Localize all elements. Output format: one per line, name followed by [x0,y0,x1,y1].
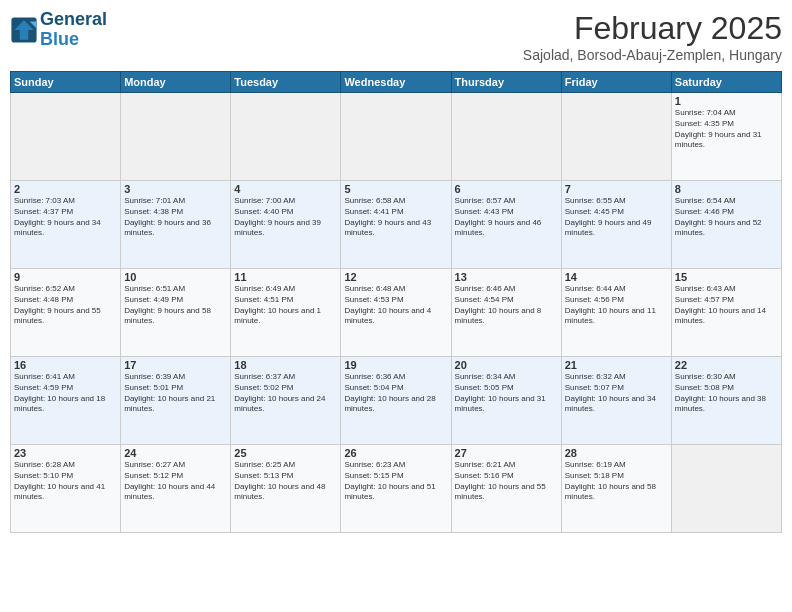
calendar-cell [671,445,781,533]
day-number: 20 [455,359,558,371]
day-number: 15 [675,271,778,283]
day-number: 18 [234,359,337,371]
day-number: 19 [344,359,447,371]
weekday-header-row: SundayMondayTuesdayWednesdayThursdayFrid… [11,72,782,93]
day-number: 3 [124,183,227,195]
calendar-cell [561,93,671,181]
logo: General Blue [10,10,107,50]
calendar-cell: 9Sunrise: 6:52 AM Sunset: 4:48 PM Daylig… [11,269,121,357]
day-number: 17 [124,359,227,371]
day-info: Sunrise: 7:04 AM Sunset: 4:35 PM Dayligh… [675,108,778,151]
weekday-header: Tuesday [231,72,341,93]
day-info: Sunrise: 6:39 AM Sunset: 5:01 PM Dayligh… [124,372,227,415]
day-info: Sunrise: 6:58 AM Sunset: 4:41 PM Dayligh… [344,196,447,239]
calendar-cell: 13Sunrise: 6:46 AM Sunset: 4:54 PM Dayli… [451,269,561,357]
header: General Blue February 2025 Sajolad, Bors… [10,10,782,63]
calendar-cell [341,93,451,181]
day-info: Sunrise: 7:03 AM Sunset: 4:37 PM Dayligh… [14,196,117,239]
day-info: Sunrise: 6:48 AM Sunset: 4:53 PM Dayligh… [344,284,447,327]
calendar-cell [451,93,561,181]
calendar-cell: 6Sunrise: 6:57 AM Sunset: 4:43 PM Daylig… [451,181,561,269]
day-number: 8 [675,183,778,195]
day-info: Sunrise: 7:00 AM Sunset: 4:40 PM Dayligh… [234,196,337,239]
calendar-cell [11,93,121,181]
calendar-cell: 3Sunrise: 7:01 AM Sunset: 4:38 PM Daylig… [121,181,231,269]
day-info: Sunrise: 6:44 AM Sunset: 4:56 PM Dayligh… [565,284,668,327]
day-info: Sunrise: 7:01 AM Sunset: 4:38 PM Dayligh… [124,196,227,239]
week-row: 9Sunrise: 6:52 AM Sunset: 4:48 PM Daylig… [11,269,782,357]
calendar-cell: 24Sunrise: 6:27 AM Sunset: 5:12 PM Dayli… [121,445,231,533]
day-number: 13 [455,271,558,283]
calendar-cell: 18Sunrise: 6:37 AM Sunset: 5:02 PM Dayli… [231,357,341,445]
calendar-cell: 19Sunrise: 6:36 AM Sunset: 5:04 PM Dayli… [341,357,451,445]
calendar-cell: 22Sunrise: 6:30 AM Sunset: 5:08 PM Dayli… [671,357,781,445]
calendar-cell: 23Sunrise: 6:28 AM Sunset: 5:10 PM Dayli… [11,445,121,533]
day-number: 21 [565,359,668,371]
calendar-cell: 14Sunrise: 6:44 AM Sunset: 4:56 PM Dayli… [561,269,671,357]
week-row: 16Sunrise: 6:41 AM Sunset: 4:59 PM Dayli… [11,357,782,445]
title-block: February 2025 Sajolad, Borsod-Abauj-Zemp… [523,10,782,63]
calendar-cell: 25Sunrise: 6:25 AM Sunset: 5:13 PM Dayli… [231,445,341,533]
calendar-cell: 5Sunrise: 6:58 AM Sunset: 4:41 PM Daylig… [341,181,451,269]
day-number: 7 [565,183,668,195]
day-number: 22 [675,359,778,371]
day-info: Sunrise: 6:41 AM Sunset: 4:59 PM Dayligh… [14,372,117,415]
day-info: Sunrise: 6:52 AM Sunset: 4:48 PM Dayligh… [14,284,117,327]
day-info: Sunrise: 6:55 AM Sunset: 4:45 PM Dayligh… [565,196,668,239]
day-number: 4 [234,183,337,195]
logo-icon [10,16,38,44]
calendar-cell: 8Sunrise: 6:54 AM Sunset: 4:46 PM Daylig… [671,181,781,269]
page: General Blue February 2025 Sajolad, Bors… [0,0,792,612]
day-number: 26 [344,447,447,459]
calendar-cell: 21Sunrise: 6:32 AM Sunset: 5:07 PM Dayli… [561,357,671,445]
day-number: 6 [455,183,558,195]
calendar-cell: 2Sunrise: 7:03 AM Sunset: 4:37 PM Daylig… [11,181,121,269]
calendar-cell: 16Sunrise: 6:41 AM Sunset: 4:59 PM Dayli… [11,357,121,445]
day-info: Sunrise: 6:37 AM Sunset: 5:02 PM Dayligh… [234,372,337,415]
day-number: 24 [124,447,227,459]
day-info: Sunrise: 6:46 AM Sunset: 4:54 PM Dayligh… [455,284,558,327]
day-number: 10 [124,271,227,283]
day-info: Sunrise: 6:23 AM Sunset: 5:15 PM Dayligh… [344,460,447,503]
day-info: Sunrise: 6:51 AM Sunset: 4:49 PM Dayligh… [124,284,227,327]
calendar-cell: 12Sunrise: 6:48 AM Sunset: 4:53 PM Dayli… [341,269,451,357]
day-info: Sunrise: 6:21 AM Sunset: 5:16 PM Dayligh… [455,460,558,503]
calendar-cell: 27Sunrise: 6:21 AM Sunset: 5:16 PM Dayli… [451,445,561,533]
day-number: 5 [344,183,447,195]
day-info: Sunrise: 6:28 AM Sunset: 5:10 PM Dayligh… [14,460,117,503]
weekday-header: Saturday [671,72,781,93]
subtitle: Sajolad, Borsod-Abauj-Zemplen, Hungary [523,47,782,63]
weekday-header: Wednesday [341,72,451,93]
calendar-cell: 7Sunrise: 6:55 AM Sunset: 4:45 PM Daylig… [561,181,671,269]
weekday-header: Thursday [451,72,561,93]
day-info: Sunrise: 6:49 AM Sunset: 4:51 PM Dayligh… [234,284,337,327]
calendar-cell: 28Sunrise: 6:19 AM Sunset: 5:18 PM Dayli… [561,445,671,533]
calendar-cell: 4Sunrise: 7:00 AM Sunset: 4:40 PM Daylig… [231,181,341,269]
calendar: SundayMondayTuesdayWednesdayThursdayFrid… [10,71,782,533]
logo-text: General Blue [40,10,107,50]
weekday-header: Sunday [11,72,121,93]
main-title: February 2025 [523,10,782,47]
week-row: 23Sunrise: 6:28 AM Sunset: 5:10 PM Dayli… [11,445,782,533]
weekday-header: Friday [561,72,671,93]
day-number: 25 [234,447,337,459]
calendar-cell: 17Sunrise: 6:39 AM Sunset: 5:01 PM Dayli… [121,357,231,445]
day-number: 2 [14,183,117,195]
day-info: Sunrise: 6:32 AM Sunset: 5:07 PM Dayligh… [565,372,668,415]
day-number: 23 [14,447,117,459]
day-info: Sunrise: 6:57 AM Sunset: 4:43 PM Dayligh… [455,196,558,239]
day-number: 27 [455,447,558,459]
calendar-cell: 10Sunrise: 6:51 AM Sunset: 4:49 PM Dayli… [121,269,231,357]
calendar-cell [121,93,231,181]
day-info: Sunrise: 6:27 AM Sunset: 5:12 PM Dayligh… [124,460,227,503]
week-row: 1Sunrise: 7:04 AM Sunset: 4:35 PM Daylig… [11,93,782,181]
calendar-cell: 1Sunrise: 7:04 AM Sunset: 4:35 PM Daylig… [671,93,781,181]
weekday-header: Monday [121,72,231,93]
calendar-cell: 26Sunrise: 6:23 AM Sunset: 5:15 PM Dayli… [341,445,451,533]
day-info: Sunrise: 6:36 AM Sunset: 5:04 PM Dayligh… [344,372,447,415]
day-info: Sunrise: 6:34 AM Sunset: 5:05 PM Dayligh… [455,372,558,415]
day-number: 11 [234,271,337,283]
day-info: Sunrise: 6:25 AM Sunset: 5:13 PM Dayligh… [234,460,337,503]
day-number: 28 [565,447,668,459]
calendar-cell: 11Sunrise: 6:49 AM Sunset: 4:51 PM Dayli… [231,269,341,357]
